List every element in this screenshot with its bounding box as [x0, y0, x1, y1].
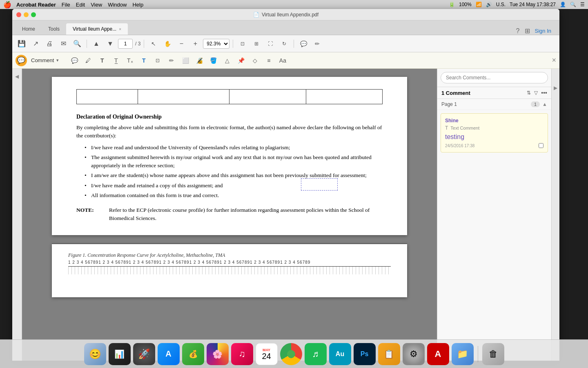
- title-bar: 📄 Virtual Ileum Appendix.pdf: [12, 9, 559, 20]
- comment-toolbar-close[interactable]: ×: [552, 56, 556, 65]
- stamp-button[interactable]: 🔏: [194, 55, 205, 66]
- pencil-button[interactable]: ✏: [166, 55, 177, 66]
- zoom-out-button[interactable]: −: [175, 38, 187, 49]
- sticky-note-button[interactable]: 💬: [69, 55, 80, 66]
- right-panel-collapse[interactable]: ▶: [551, 69, 559, 361]
- zoom-selector[interactable]: 92.3% 75% 100% 125%: [203, 39, 229, 49]
- dock-trash[interactable]: 🗑: [482, 343, 504, 365]
- dock-invoices[interactable]: 📋: [378, 343, 400, 365]
- next-page-button[interactable]: ▼: [104, 38, 116, 49]
- hand-tool[interactable]: ✋: [161, 38, 174, 49]
- comments-search-input[interactable]: [441, 72, 548, 83]
- text-box-annotation[interactable]: [301, 178, 338, 191]
- left-sidebar: ◀: [12, 69, 22, 361]
- attach-pin-button[interactable]: 📌: [235, 55, 247, 66]
- main-toolbar: 💾 ↗ 🖨 ✉ 🔍 ▲ ▼ / 3 ↖ ✋ − + 92.3% 75% 100%…: [12, 35, 559, 52]
- panel-toggle[interactable]: ⊞: [525, 27, 530, 35]
- bullet-item-4: I/we have made and retained a copy of th…: [85, 182, 383, 190]
- comment-timestamp: 24/5/2016 17:38: [445, 144, 474, 148]
- fit-width-button[interactable]: ⊡: [236, 38, 249, 49]
- comment-author: Shine: [445, 118, 543, 123]
- tab-bar: Home Tools Virtual Ileum Appe... × ? ⊞ S…: [12, 20, 559, 35]
- text-comment-button[interactable]: T: [96, 55, 108, 66]
- callout-button[interactable]: Tₓ: [124, 55, 136, 66]
- dock-audition[interactable]: Au: [329, 343, 351, 365]
- search-icon[interactable]: 🔍: [570, 2, 576, 7]
- search-area: [437, 69, 551, 87]
- pdf-viewport[interactable]: Declaration of Original Ownership By com…: [22, 69, 437, 361]
- menubar-app-name[interactable]: Acrobat Reader: [16, 2, 56, 8]
- comment-card[interactable]: Shine T Text Comment testing 24/5/2016 1…: [441, 113, 548, 153]
- text-box2-button[interactable]: ⊡: [152, 55, 163, 66]
- menubar-window[interactable]: Window: [108, 2, 127, 8]
- help-button[interactable]: ?: [516, 27, 520, 35]
- dock-separator: [478, 346, 478, 362]
- notification-icon[interactable]: ☰: [580, 2, 585, 7]
- font-button[interactable]: Aa: [277, 55, 288, 66]
- close-button[interactable]: [16, 12, 21, 17]
- sort-button[interactable]: ⇅: [527, 90, 531, 96]
- menubar-edit[interactable]: Edit: [76, 2, 85, 8]
- comment-bubble-active[interactable]: 💬: [16, 55, 27, 66]
- clear-button[interactable]: ◇: [249, 55, 261, 66]
- note-text: Refer to the ECP (electronic course prof…: [109, 206, 383, 223]
- email-button[interactable]: ✉: [57, 38, 69, 49]
- zoom-in-button[interactable]: +: [189, 38, 201, 49]
- full-screen-button[interactable]: ⛶: [264, 38, 276, 49]
- comment-dropdown-arrow[interactable]: ▾: [56, 58, 59, 63]
- maximize-button[interactable]: [31, 12, 36, 17]
- dock-finder[interactable]: 😊: [84, 343, 106, 365]
- save-button[interactable]: 💾: [16, 38, 28, 49]
- collapse-group-button[interactable]: ▲: [542, 101, 547, 107]
- text-blue-button[interactable]: T: [138, 55, 149, 66]
- battery-icon: 🔋: [449, 2, 455, 7]
- pen-button[interactable]: ✏: [311, 38, 323, 49]
- prev-page-button[interactable]: ▲: [90, 38, 102, 49]
- dock-activity-monitor[interactable]: 📊: [109, 343, 131, 365]
- comment-bubble[interactable]: 💬: [297, 38, 310, 49]
- dock-acrobat[interactable]: A: [427, 343, 449, 365]
- tab-close-button[interactable]: ×: [119, 27, 121, 31]
- sign-in-button[interactable]: Sign In: [535, 28, 551, 34]
- select-tool[interactable]: ↖: [147, 38, 160, 49]
- apple-menu[interactable]: 🍎: [3, 1, 11, 9]
- dock-photoshop[interactable]: Ps: [354, 343, 376, 365]
- dock-launchpad[interactable]: 🚀: [133, 343, 155, 365]
- dock-system-prefs[interactable]: ⚙: [403, 343, 425, 365]
- left-panel-toggle[interactable]: ◀: [15, 74, 19, 79]
- tab-tools[interactable]: Tools: [42, 23, 66, 35]
- paint-bucket[interactable]: 🪣: [207, 55, 219, 66]
- find-button[interactable]: 🔍: [71, 38, 83, 49]
- dock-calendar[interactable]: MAY 24: [256, 343, 278, 365]
- menubar-help[interactable]: Help: [132, 2, 143, 8]
- dock-moneymoney[interactable]: 💰: [182, 343, 204, 365]
- dock-photos[interactable]: 🌸: [207, 343, 229, 365]
- toolbar-sep-4: [294, 40, 294, 48]
- table-cell-3: [229, 90, 306, 104]
- page-number-input[interactable]: [118, 39, 133, 49]
- dock-files[interactable]: 📁: [452, 343, 474, 365]
- comment-checkbox[interactable]: [539, 143, 543, 148]
- highlight-button[interactable]: 🖊: [82, 55, 94, 66]
- tab-pdf[interactable]: Virtual Ileum Appe... ×: [66, 23, 128, 35]
- shape-button[interactable]: △: [221, 55, 233, 66]
- text-box-button[interactable]: T̲: [110, 55, 122, 66]
- menubar-view[interactable]: View: [91, 2, 102, 8]
- rotate-button[interactable]: ↻: [278, 38, 290, 49]
- eraser-button[interactable]: ⬜: [180, 55, 191, 66]
- share-button[interactable]: ↗: [29, 38, 42, 49]
- menubar: 🍎 Acrobat Reader File Edit View Window H…: [0, 0, 588, 9]
- tab-pdf-label: Virtual Ileum Appe...: [73, 26, 116, 32]
- minimize-button[interactable]: [24, 12, 29, 17]
- lines-button[interactable]: ≡: [263, 55, 274, 66]
- filter-button[interactable]: ▽: [534, 90, 538, 96]
- tab-home[interactable]: Home: [16, 23, 42, 35]
- dock-chrome[interactable]: [280, 343, 302, 365]
- more-options-button[interactable]: •••: [541, 90, 547, 96]
- dock-itunes[interactable]: ♫: [231, 343, 253, 365]
- menubar-file[interactable]: File: [62, 2, 70, 8]
- dock-app-store[interactable]: A: [158, 343, 180, 365]
- fit-page-button[interactable]: ⊞: [250, 38, 263, 49]
- dock-spotify[interactable]: ♬: [305, 343, 327, 365]
- print-button[interactable]: 🖨: [43, 38, 56, 49]
